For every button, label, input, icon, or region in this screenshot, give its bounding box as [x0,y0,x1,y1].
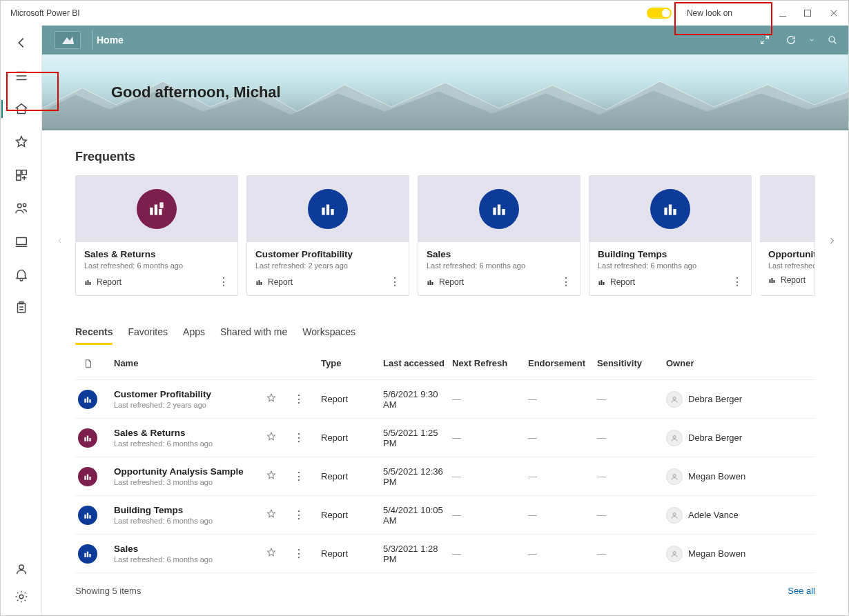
card-type: Report [598,277,635,287]
card-more-icon[interactable]: ⋮ [560,275,572,288]
card-subtitle: Last refreshed: 6 months ago [427,261,572,270]
row-more-icon[interactable]: ⋮ [293,470,321,483]
card-subtitle: Last refreshed: 2 years ago [255,261,400,270]
favorite-star-icon[interactable] [266,470,293,483]
row-more-icon[interactable]: ⋮ [293,393,321,406]
frequents-card[interactable]: Customer Profitability Last refreshed: 2… [246,175,409,296]
frequents-card-partial[interactable]: Opportunity A Last refreshed: 3 Report [760,175,815,296]
back-icon[interactable] [14,35,29,50]
row-more-icon[interactable]: ⋮ [293,508,321,521]
row-type: Report [321,433,383,443]
row-more-icon[interactable]: ⋮ [293,547,321,560]
favorite-star-icon[interactable] [266,547,293,560]
card-more-icon[interactable]: ⋮ [218,275,229,288]
favorite-star-icon[interactable] [266,393,293,406]
row-name: SalesLast refreshed: 6 months ago [114,544,266,564]
tab-favorites[interactable]: Favorites [128,326,168,345]
card-subtitle: Last refreshed: 3 [768,261,806,270]
frequents-card[interactable]: Sales Last refreshed: 6 months ago Repor… [418,175,580,296]
svg-rect-1 [21,170,26,175]
table-row[interactable]: Customer ProfitabilityLast refreshed: 2 … [75,380,815,419]
card-subtitle: Last refreshed: 6 months ago [84,261,229,270]
titlebar: Microsoft Power BI New look on [1,1,848,26]
svg-rect-39 [84,398,86,402]
minimize-button[interactable] [779,10,789,17]
favorite-star-icon[interactable] [266,431,293,444]
carousel-left-button[interactable] [53,230,67,251]
avatar-icon [666,546,683,562]
account-icon[interactable] [14,562,29,577]
svg-rect-23 [261,282,262,285]
card-title: Sales [427,249,572,259]
favorites-icon[interactable] [14,135,29,150]
svg-point-8 [19,565,23,569]
tab-apps[interactable]: Apps [183,326,205,345]
card-title: Sales & Returns [84,249,229,259]
col-type: Type [321,358,383,371]
page-title: Home [97,34,124,46]
svg-rect-34 [601,280,603,285]
card-more-icon[interactable]: ⋮ [389,275,400,288]
left-rail [1,26,42,615]
row-endorsement: — [528,433,597,443]
table-row[interactable]: Opportunity Analysis SampleLast refreshe… [75,457,815,496]
svg-rect-19 [326,205,329,215]
settings-icon[interactable] [14,589,29,604]
row-next-refresh: — [452,394,528,404]
col-name: Name [114,358,266,371]
svg-rect-2 [16,176,20,180]
row-more-icon[interactable]: ⋮ [293,431,321,444]
chevron-down-icon[interactable] [807,30,817,50]
svg-point-58 [673,551,676,554]
svg-rect-28 [430,280,431,285]
svg-rect-44 [87,435,88,441]
row-next-refresh: — [452,548,528,559]
brand-logo[interactable] [55,31,81,49]
maximize-button[interactable] [804,10,814,17]
refresh-icon[interactable] [781,30,801,50]
clipboard-icon[interactable] [14,300,29,315]
frequents-card[interactable]: Building Temps Last refreshed: 6 months … [589,175,752,296]
frequents-carousel: Sales & Returns Last refreshed: 6 months… [75,175,815,296]
svg-rect-52 [87,513,88,518]
svg-rect-27 [428,281,429,285]
tab-workspaces[interactable]: Workspaces [302,326,355,345]
svg-rect-57 [89,554,90,557]
see-all-link[interactable]: See all [788,586,815,596]
row-type: Report [321,510,383,520]
card-more-icon[interactable]: ⋮ [732,275,743,288]
apps-icon[interactable] [14,168,29,183]
table-row[interactable]: Building TempsLast refreshed: 6 months a… [75,496,815,535]
svg-rect-25 [498,205,500,215]
svg-rect-56 [87,551,88,557]
notifications-icon[interactable] [14,267,29,282]
tab-recents[interactable]: Recents [75,326,113,345]
workspaces-icon[interactable] [14,234,29,249]
svg-rect-53 [89,515,90,519]
shared-icon[interactable] [14,201,29,216]
svg-point-50 [673,474,676,477]
avatar-icon [666,507,683,524]
count-label: Showing 5 items [75,586,141,596]
new-look-toggle[interactable] [647,8,672,19]
expand-icon[interactable] [754,30,775,50]
search-icon[interactable] [822,30,843,50]
menu-hamburger-icon[interactable] [14,68,29,83]
table-row[interactable]: SalesLast refreshed: 6 months ago ⋮ Repo… [75,535,815,573]
svg-rect-6 [17,304,25,313]
frequents-card[interactable]: Sales & Returns Last refreshed: 6 months… [75,175,238,296]
favorite-star-icon[interactable] [266,508,293,521]
row-name: Customer ProfitabilityLast refreshed: 2 … [114,389,266,409]
tab-shared[interactable]: Shared with me [220,326,287,345]
svg-rect-45 [89,438,90,441]
col-owner: Owner [666,358,777,371]
carousel-right-button[interactable] [825,230,839,251]
home-icon[interactable] [14,101,29,117]
table-row[interactable]: Sales & ReturnsLast refreshed: 6 months … [75,419,815,457]
new-look-toggle-label: New look on [687,8,732,18]
row-owner: Adele Vance [666,507,777,524]
close-button[interactable] [829,8,839,18]
svg-rect-15 [86,281,87,285]
row-last-accessed: 5/3/2021 1:28 PM [383,544,452,564]
frequents-heading: Frequents [75,150,815,164]
